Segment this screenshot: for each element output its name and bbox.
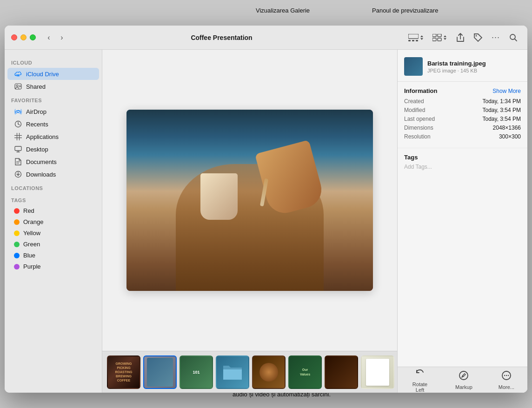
green-tag-dot (14, 242, 20, 247)
last-opened-label: Last opened (404, 116, 435, 122)
sidebar-tag-purple[interactable]: Purple (7, 261, 99, 272)
svg-line-32 (463, 375, 464, 376)
sidebar-tag-green[interactable]: Green (7, 239, 99, 250)
svg-rect-24 (15, 146, 21, 151)
dimensions-label: Dimensions (404, 125, 433, 131)
sidebar-item-desktop[interactable]: Desktop (7, 143, 99, 155)
sidebar-item-recents[interactable]: Recents (7, 118, 99, 130)
thumbnail-3[interactable]: 101 (180, 355, 213, 389)
orange-tag-dot (14, 219, 20, 225)
thumbnail-7[interactable] (325, 355, 358, 389)
sidebar-item-downloads[interactable]: Downloads (7, 168, 99, 180)
desktop-icon (14, 145, 22, 153)
thumbnail-8[interactable] (361, 355, 394, 389)
rotate-left-icon (415, 368, 425, 380)
tags-title: Tags (404, 154, 521, 161)
svg-point-8 (476, 35, 477, 36)
preview-thumbnail (404, 57, 423, 76)
shared-label: Shared (26, 83, 46, 90)
created-value: Today, 1:34 PM (483, 98, 521, 105)
search-button[interactable] (506, 31, 521, 44)
thumbnail-1[interactable]: GROWINGPICKINGROASTINGBREWINGCOFFEE (107, 355, 140, 389)
minimize-button[interactable] (20, 34, 27, 40)
svg-point-13 (16, 85, 18, 87)
sidebar-item-shared[interactable]: Shared (7, 80, 99, 92)
preview-header: Barista training.jpeg JPEG image · 145 K… (398, 50, 527, 82)
recents-icon (14, 120, 22, 128)
maximize-button[interactable] (30, 34, 36, 40)
main-area: GROWINGPICKINGROASTINGBREWINGCOFFEE 101 (102, 50, 397, 393)
sidebar-item-icloud-drive[interactable]: iCloud Drive (7, 68, 99, 80)
gallery-main-image[interactable] (126, 110, 373, 291)
sidebar-item-applications[interactable]: Applications (7, 131, 99, 143)
traffic-lights (11, 34, 36, 40)
grid-apps-icon (14, 133, 22, 140)
svg-rect-6 (432, 38, 436, 41)
preview-spacer (398, 176, 527, 367)
rotate-left-button[interactable]: Rotate Left (407, 366, 433, 393)
downloads-label: Downloads (26, 171, 56, 178)
preview-file-info: Barista training.jpeg JPEG image · 145 K… (427, 60, 521, 73)
yellow-tag-label: Yellow (23, 230, 40, 237)
tag-button[interactable] (471, 31, 485, 44)
more-actions-svg (501, 370, 512, 381)
download-icon (14, 171, 22, 178)
airdrop-svg-icon (14, 108, 22, 115)
more-button[interactable]: ··· (488, 31, 503, 44)
preview-information-section: Information Show More Created Today, 1:3… (398, 82, 527, 148)
blue-tag-label: Blue (23, 252, 35, 259)
search-icon (509, 33, 518, 42)
grid-view-button[interactable] (430, 31, 450, 44)
thumbnail-4[interactable] (216, 355, 249, 389)
red-tag-dot (14, 208, 20, 214)
ellipsis-icon: ··· (492, 33, 500, 42)
sidebar-tag-blue[interactable]: Blue (7, 250, 99, 261)
svg-point-31 (459, 371, 468, 380)
preview-row-created: Created Today, 1:34 PM (404, 98, 521, 105)
document-icon (15, 158, 21, 165)
tag-icon (473, 33, 483, 42)
sidebar-item-airdrop[interactable]: AirDrop (7, 105, 99, 118)
applications-icon (14, 132, 22, 141)
icloud-drive-icon (14, 70, 22, 78)
clock-icon (14, 120, 22, 128)
toolbar-right: ··· (406, 31, 521, 44)
tags-section: Tags Add Tags... (398, 148, 527, 176)
documents-label: Documents (26, 158, 57, 165)
svg-rect-5 (438, 34, 441, 37)
share-icon (456, 33, 465, 42)
thumb-3-text: 101 (193, 370, 200, 375)
view-selector-button[interactable] (406, 31, 427, 44)
last-opened-value: Today, 3:54 PM (483, 116, 521, 122)
show-more-link[interactable]: Show More (492, 88, 521, 94)
thumb-2-image (147, 358, 173, 387)
coffee-bean (259, 363, 278, 382)
share-button[interactable] (453, 31, 468, 44)
thumbnail-2[interactable] (143, 355, 177, 389)
monitor-icon (14, 146, 22, 152)
recents-label: Recents (26, 121, 48, 128)
markup-button[interactable]: Markup (452, 369, 476, 392)
preview-row-dimensions: Dimensions 2048×1366 (404, 125, 521, 131)
markup-label: Markup (455, 384, 472, 390)
svg-rect-3 (416, 40, 418, 41)
sidebar-tag-yellow[interactable]: Yellow (7, 228, 99, 238)
svg-line-19 (18, 124, 20, 125)
sidebar-tag-orange[interactable]: Orange (7, 217, 99, 227)
sidebar-item-documents[interactable]: Documents (7, 156, 99, 168)
purple-tag-label: Purple (23, 263, 41, 270)
gallery-image-container (126, 110, 373, 291)
rotate-left-label: Rotate Left (411, 382, 429, 393)
svg-line-10 (515, 39, 517, 41)
airdrop-label: AirDrop (26, 108, 47, 115)
sidebar-tag-red[interactable]: Red (7, 205, 99, 216)
folder-icon (222, 364, 243, 381)
thumbnail-6[interactable]: OurValues (288, 355, 322, 389)
add-tags-placeholder[interactable]: Add Tags... (404, 164, 521, 170)
thumbnail-5[interactable] (252, 355, 286, 389)
resolution-label: Resolution (404, 133, 431, 140)
close-button[interactable] (11, 34, 17, 40)
markup-icon (459, 370, 469, 383)
tags-section-label: Tags (5, 193, 102, 205)
more-actions-button[interactable]: More... (495, 369, 518, 392)
